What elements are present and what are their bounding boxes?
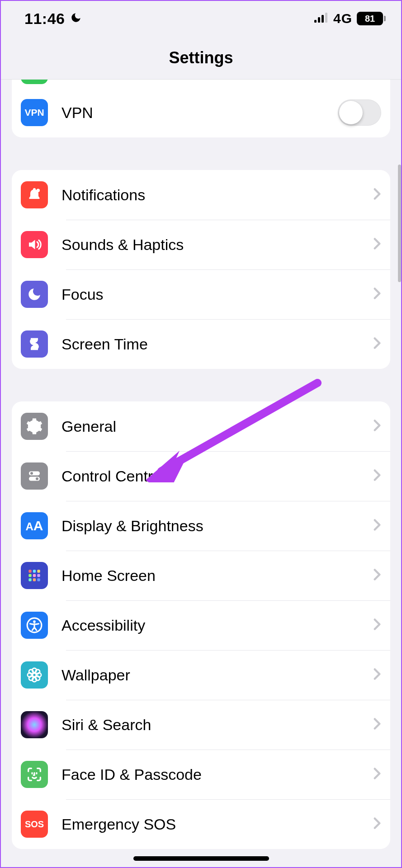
page-title: Settings bbox=[169, 48, 233, 67]
row-sounds[interactable]: Sounds & Haptics bbox=[12, 220, 390, 269]
chevron-right-icon bbox=[373, 519, 381, 533]
row-sos[interactable]: SOS Emergency SOS bbox=[12, 799, 390, 849]
row-general[interactable]: General bbox=[12, 401, 390, 451]
svg-rect-1 bbox=[318, 17, 320, 23]
hourglass-icon bbox=[21, 330, 48, 358]
svg-rect-16 bbox=[33, 578, 36, 581]
row-label: Siri & Search bbox=[61, 716, 369, 734]
chevron-right-icon bbox=[373, 419, 381, 434]
chevron-right-icon bbox=[373, 817, 381, 831]
row-label: Home Screen bbox=[61, 567, 369, 585]
svg-rect-15 bbox=[28, 578, 31, 581]
settings-group-device: General Control Centre AA Display & Brig… bbox=[12, 401, 390, 849]
network-type: 4G bbox=[333, 11, 352, 26]
chevron-right-icon bbox=[373, 717, 381, 732]
row-label: Notifications bbox=[61, 186, 369, 204]
chevron-right-icon bbox=[373, 237, 381, 252]
dnd-moon-icon bbox=[70, 12, 82, 25]
switches-icon bbox=[21, 462, 48, 490]
row-wallpaper[interactable]: Wallpaper bbox=[12, 650, 390, 700]
gear-icon bbox=[21, 413, 48, 440]
status-time: 11:46 bbox=[24, 10, 65, 28]
svg-rect-11 bbox=[37, 570, 40, 572]
speaker-icon bbox=[21, 231, 48, 258]
vpn-toggle[interactable] bbox=[338, 99, 381, 126]
text-size-icon: AA bbox=[21, 512, 48, 539]
bell-icon bbox=[21, 181, 48, 208]
row-label: Sounds & Haptics bbox=[61, 236, 369, 254]
row-label: Face ID & Passcode bbox=[61, 766, 369, 783]
svg-rect-2 bbox=[322, 15, 324, 23]
svg-point-6 bbox=[30, 472, 33, 475]
svg-rect-10 bbox=[33, 570, 36, 572]
row-accessibility[interactable]: Accessibility bbox=[12, 600, 390, 650]
svg-rect-12 bbox=[28, 574, 31, 577]
sos-icon: SOS bbox=[21, 811, 48, 838]
row-home-screen[interactable]: Home Screen bbox=[12, 551, 390, 600]
row-display[interactable]: AA Display & Brightness bbox=[12, 501, 390, 551]
chevron-right-icon bbox=[373, 337, 381, 351]
row-screen-time[interactable]: Screen Time bbox=[12, 319, 390, 369]
row-label: Accessibility bbox=[61, 617, 369, 634]
row-vpn[interactable]: VPN VPN bbox=[12, 88, 390, 137]
battery-level: 81 bbox=[357, 12, 383, 25]
settings-group-connectivity: VPN VPN bbox=[12, 80, 390, 137]
svg-rect-3 bbox=[325, 13, 327, 23]
svg-rect-17 bbox=[37, 578, 40, 581]
cellular-bars-icon bbox=[314, 13, 329, 24]
chevron-right-icon bbox=[373, 668, 381, 682]
previous-row-stub bbox=[12, 80, 390, 88]
row-label: Emergency SOS bbox=[61, 816, 369, 833]
accessibility-icon bbox=[21, 612, 48, 639]
svg-rect-13 bbox=[33, 574, 36, 577]
svg-rect-14 bbox=[37, 574, 40, 577]
battery-tip-icon bbox=[384, 16, 386, 21]
battery-indicator: 81 bbox=[357, 12, 386, 25]
svg-point-20 bbox=[33, 673, 36, 677]
row-control-centre[interactable]: Control Centre bbox=[12, 451, 390, 501]
row-label: Focus bbox=[61, 286, 369, 303]
chevron-right-icon bbox=[373, 568, 381, 583]
svg-rect-0 bbox=[314, 20, 317, 23]
svg-point-4 bbox=[37, 189, 40, 193]
flower-icon bbox=[21, 661, 48, 689]
home-indicator bbox=[133, 856, 269, 861]
row-label: General bbox=[61, 418, 369, 435]
row-focus[interactable]: Focus bbox=[12, 269, 390, 319]
settings-scroll[interactable]: VPN VPN Notifications Sounds & Haptics bbox=[1, 80, 401, 849]
settings-group-attention: Notifications Sounds & Haptics Focus bbox=[12, 170, 390, 369]
status-bar-left: 11:46 bbox=[24, 10, 82, 28]
row-label: VPN bbox=[61, 104, 338, 122]
row-siri[interactable]: Siri & Search bbox=[12, 700, 390, 750]
svg-point-8 bbox=[36, 477, 38, 480]
row-label: Control Centre bbox=[61, 467, 369, 485]
chevron-right-icon bbox=[373, 767, 381, 782]
chevron-right-icon bbox=[373, 469, 381, 483]
faceid-icon bbox=[21, 761, 48, 788]
chevron-right-icon bbox=[373, 618, 381, 632]
status-bar-right: 4G 81 bbox=[314, 11, 386, 26]
siri-icon bbox=[21, 711, 48, 738]
vpn-icon: VPN bbox=[21, 99, 48, 126]
svg-point-19 bbox=[33, 620, 36, 623]
app-grid-icon bbox=[21, 562, 48, 589]
row-notifications[interactable]: Notifications bbox=[12, 170, 390, 220]
row-label: Display & Brightness bbox=[61, 517, 369, 535]
moon-icon bbox=[21, 281, 48, 308]
row-label: Wallpaper bbox=[61, 666, 369, 684]
scroll-indicator bbox=[398, 165, 401, 282]
chevron-right-icon bbox=[373, 287, 381, 302]
settings-screen: 11:46 4G 81 Settings VPN bbox=[1, 1, 401, 867]
row-label: Screen Time bbox=[61, 335, 369, 353]
chevron-right-icon bbox=[373, 188, 381, 202]
status-bar: 11:46 4G 81 bbox=[1, 1, 401, 36]
row-faceid[interactable]: Face ID & Passcode bbox=[12, 750, 390, 799]
svg-rect-9 bbox=[28, 570, 31, 572]
nav-bar: Settings bbox=[1, 36, 401, 80]
